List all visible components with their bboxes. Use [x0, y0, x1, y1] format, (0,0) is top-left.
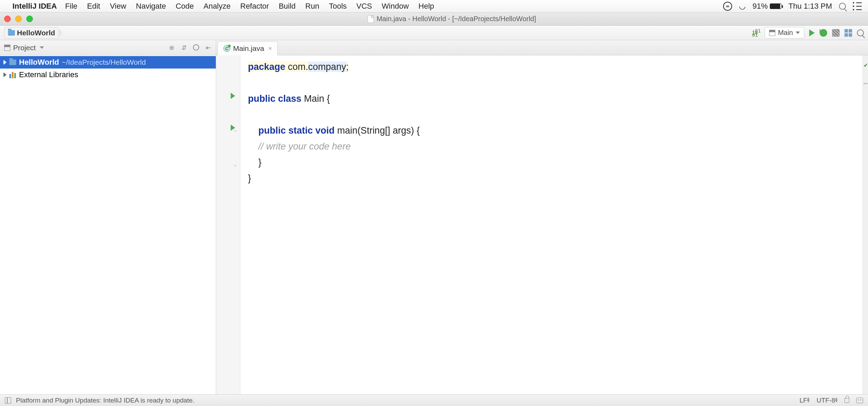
code-text: Main { [302, 93, 330, 104]
coverage-button[interactable] [832, 29, 840, 37]
project-view-icon [4, 45, 10, 51]
menu-view[interactable]: View [110, 2, 126, 11]
run-config-name: Main [778, 29, 793, 37]
status-message[interactable]: Platform and Plugin Updates: IntelliJ ID… [16, 397, 194, 404]
java-class-icon: C [223, 45, 230, 52]
code-keyword: public [248, 93, 276, 104]
document-icon [368, 15, 374, 23]
locate-icon[interactable]: ⊕ [168, 44, 175, 51]
notification-center-icon[interactable] [853, 2, 862, 10]
battery-icon [770, 3, 782, 9]
tree-project-root[interactable]: HelloWorld ~/IdeaProjects/HelloWorld [0, 56, 216, 69]
menu-code[interactable]: Code [176, 2, 194, 11]
project-root-name: HelloWorld [19, 58, 59, 67]
menu-tools[interactable]: Tools [329, 2, 347, 11]
menu-vcs[interactable]: VCS [357, 2, 372, 11]
encoding-widget[interactable]: UTF-8▴▾ [816, 397, 838, 404]
project-tool-window: Project ⊕ ⇵ ⇤ HelloWorld ~/IdeaProjects/… [0, 40, 216, 394]
battery-percent: 91% [752, 2, 768, 11]
inspector-hector-icon[interactable] [856, 398, 863, 403]
menu-window[interactable]: Window [382, 2, 409, 11]
run-config-selector[interactable]: Main [765, 27, 804, 38]
code-text: main(String[] args) { [335, 125, 420, 136]
toolwindow-toggle-icon[interactable] [5, 397, 11, 404]
spotlight-icon[interactable] [839, 3, 846, 10]
editor-gutter[interactable]: ⌃ ⌄ [216, 55, 240, 394]
menu-build[interactable]: Build [279, 2, 296, 11]
menu-run[interactable]: Run [305, 2, 319, 11]
readonly-lock-icon[interactable] [844, 398, 849, 403]
run-button[interactable] [809, 29, 815, 36]
fold-marker-icon[interactable]: ⌄ [233, 156, 238, 172]
project-root-path: ~/IdeaProjects/HelloWorld [62, 58, 146, 66]
view-mode-dropdown-icon[interactable] [40, 46, 44, 49]
debug-button[interactable] [820, 29, 827, 37]
battery-status[interactable]: 91% [752, 2, 782, 11]
stripe-marker[interactable] [864, 83, 868, 84]
menu-edit[interactable]: Edit [87, 2, 100, 11]
breadcrumb-root[interactable]: HelloWorld [4, 27, 59, 39]
project-structure-button[interactable] [844, 29, 852, 37]
app-config-icon [769, 30, 775, 36]
code-content[interactable]: package com.company; public class Main {… [240, 55, 420, 394]
menu-navigate[interactable]: Navigate [136, 2, 166, 11]
editor-error-stripe[interactable]: ✔ [862, 55, 868, 394]
menu-file[interactable]: File [65, 2, 77, 11]
menu-help[interactable]: Help [418, 2, 434, 11]
search-everywhere-icon[interactable] [857, 29, 864, 36]
editor-tabs: C Main.java × [216, 40, 868, 55]
code-text: com. [285, 62, 308, 72]
tab-label: Main.java [233, 44, 264, 53]
breadcrumb-label: HelloWorld [17, 29, 55, 37]
code-keyword: void [315, 125, 335, 136]
build-project-icon[interactable]: ↓011001 [752, 30, 760, 36]
menu-refactor[interactable]: Refactor [240, 2, 269, 11]
window-traffic-lights [4, 16, 33, 22]
app-menu[interactable]: IntelliJ IDEA [12, 2, 57, 11]
project-toolbar: Project ⊕ ⇵ ⇤ [0, 40, 216, 55]
run-line-marker-icon[interactable] [231, 93, 235, 99]
inspection-ok-icon[interactable]: ✔ [864, 57, 868, 73]
window-close-button[interactable] [4, 16, 11, 22]
code-keyword: package [248, 62, 285, 72]
expand-arrow-icon[interactable] [3, 60, 7, 65]
folder-icon [9, 60, 16, 65]
code-comment: // write your code here [258, 141, 351, 152]
line-separator-widget[interactable]: LF▴▾ [800, 397, 810, 404]
fold-marker-icon[interactable]: ⌃ [233, 125, 238, 141]
menu-analyze[interactable]: Analyze [203, 2, 230, 11]
window-titlebar: Main.java - HelloWorld - [~/IdeaProjects… [0, 12, 868, 26]
settings-gear-icon[interactable] [193, 44, 199, 51]
code-text: ; [346, 62, 349, 72]
editor-area: C Main.java × ⌃ ⌄ package com.company; p… [216, 40, 868, 394]
folder-icon [8, 30, 15, 36]
chevron-down-icon [796, 31, 800, 34]
navigation-bar: HelloWorld ↓011001 Main [0, 26, 868, 40]
window-zoom-button[interactable] [26, 16, 33, 22]
mac-menubar: IntelliJ IDEA File Edit View Navigate Co… [0, 0, 868, 12]
code-text: } [248, 157, 261, 168]
project-tree[interactable]: HelloWorld ~/IdeaProjects/HelloWorld Ext… [0, 55, 216, 81]
external-libraries-label: External Libraries [19, 70, 78, 79]
clock[interactable]: Thu 1:13 PM [788, 2, 832, 11]
collapse-all-icon[interactable]: ⇵ [181, 44, 187, 51]
window-minimize-button[interactable] [15, 16, 22, 22]
expand-arrow-icon[interactable] [3, 72, 7, 77]
project-title[interactable]: Project [13, 44, 36, 52]
window-title: Main.java - HelloWorld - [~/IdeaProjects… [377, 15, 536, 23]
toolbar-right: ↓011001 Main [752, 27, 864, 38]
code-keyword: public [258, 125, 286, 136]
tree-external-libraries[interactable]: External Libraries [0, 69, 216, 81]
code-text: } [248, 173, 251, 183]
close-tab-icon[interactable]: × [268, 45, 272, 52]
code-text: company [308, 62, 346, 72]
status-bar: Platform and Plugin Updates: IntelliJ ID… [0, 394, 868, 406]
tab-main-java[interactable]: C Main.java × [218, 41, 278, 55]
libraries-icon [9, 71, 16, 78]
wifi-icon[interactable]: ◡ [739, 2, 746, 11]
code-keyword: static [288, 125, 313, 136]
code-editor[interactable]: ⌃ ⌄ package com.company; public class Ma… [216, 55, 868, 394]
code-keyword: class [278, 93, 302, 104]
creative-cloud-icon[interactable]: ∞ [723, 2, 732, 11]
hide-icon[interactable]: ⇤ [205, 44, 212, 51]
